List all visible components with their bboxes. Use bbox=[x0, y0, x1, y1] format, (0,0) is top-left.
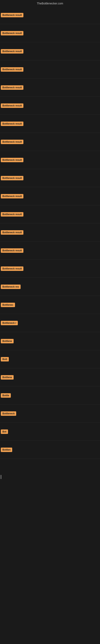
bottleneck-badge[interactable]: Bottleneck result bbox=[1, 212, 23, 216]
result-row: Bottleneck result bbox=[0, 260, 100, 278]
bottleneck-badge[interactable]: Bottleneck result bbox=[1, 67, 23, 72]
bottleneck-badge[interactable]: Bottleneck r bbox=[1, 321, 18, 325]
result-row: Bottleneck result bbox=[0, 60, 100, 78]
result-row: Bottlene bbox=[0, 368, 100, 386]
bottleneck-badge[interactable]: Bottle bbox=[1, 393, 11, 398]
bottleneck-badge[interactable]: Bottlene bbox=[1, 375, 14, 380]
bottleneck-badge[interactable]: Bottleneck result bbox=[1, 122, 23, 126]
bottleneck-badge[interactable]: Bott bbox=[1, 357, 9, 362]
result-row: Bottlene bbox=[0, 332, 100, 350]
bottleneck-badge[interactable]: Bottleneck result bbox=[1, 49, 23, 54]
bottleneck-badge[interactable]: Bottleneck result bbox=[1, 176, 23, 180]
result-row: Bottleneck result bbox=[0, 42, 100, 60]
bottleneck-badge[interactable]: Bottleneck res bbox=[1, 284, 21, 289]
bottleneck-badge[interactable]: Bottlen bbox=[1, 448, 12, 452]
bottleneck-badge[interactable]: Bottleneck result bbox=[1, 248, 23, 253]
result-row: Bottleneck result bbox=[0, 6, 100, 24]
result-row: Bottleneck r bbox=[0, 314, 100, 332]
result-row: Bot bbox=[0, 422, 100, 441]
result-row: Bottleneck result bbox=[0, 151, 100, 169]
bottleneck-badge[interactable]: Bottlene bbox=[1, 339, 14, 343]
result-row: Bottlenec bbox=[0, 296, 100, 314]
result-row: Bottleneck bbox=[0, 404, 100, 422]
results-list: Bottleneck resultBottleneck resultBottle… bbox=[0, 6, 100, 459]
bottleneck-badge[interactable]: Bottleneck result bbox=[1, 140, 23, 144]
result-row: Bottleneck res bbox=[0, 278, 100, 296]
result-row: Bott bbox=[0, 350, 100, 368]
text-cursor bbox=[1, 475, 1, 479]
bottleneck-badge[interactable]: Bottleneck result bbox=[1, 31, 23, 36]
result-row: Bottleneck result bbox=[0, 242, 100, 260]
bottleneck-badge[interactable]: Bottlenec bbox=[1, 303, 15, 307]
result-row: Bottleneck result bbox=[0, 24, 100, 42]
bottleneck-badge[interactable]: Bottleneck result bbox=[1, 13, 23, 17]
bottleneck-badge[interactable]: Bottleneck result bbox=[1, 194, 23, 198]
result-row: Bottleneck result bbox=[0, 96, 100, 115]
bottleneck-badge[interactable]: Bottleneck result bbox=[1, 266, 23, 271]
result-row: Bottlen bbox=[0, 441, 100, 459]
result-row: Bottleneck result bbox=[0, 115, 100, 133]
bottleneck-badge[interactable]: Bot bbox=[1, 430, 8, 434]
bottleneck-badge[interactable]: Bottleneck result bbox=[1, 85, 23, 90]
result-row: Bottle bbox=[0, 386, 100, 404]
result-row: Bottleneck result bbox=[0, 78, 100, 96]
cursor-area bbox=[0, 459, 100, 620]
result-row: Bottleneck result bbox=[0, 169, 100, 187]
bottleneck-badge[interactable]: Bottleneck bbox=[1, 411, 16, 416]
result-row: Bottleneck result bbox=[0, 187, 100, 205]
site-header: TheBottlenecker.com bbox=[0, 0, 100, 6]
bottleneck-badge[interactable]: Bottleneck result bbox=[1, 230, 23, 235]
bottleneck-badge[interactable]: Bottleneck result bbox=[1, 104, 23, 108]
site-title: TheBottlenecker.com bbox=[37, 2, 63, 5]
bottleneck-badge[interactable]: Bottleneck result bbox=[1, 158, 23, 162]
result-row: Bottleneck result bbox=[0, 205, 100, 224]
result-row: Bottleneck result bbox=[0, 133, 100, 151]
result-row: Bottleneck result bbox=[0, 224, 100, 242]
